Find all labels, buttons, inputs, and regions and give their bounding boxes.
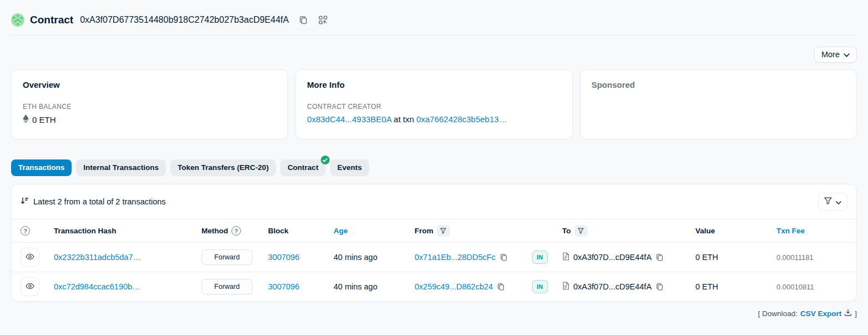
table-row: 0xc72d984ccac6190b… Forward 3007096 40 m… xyxy=(12,272,856,301)
method-button[interactable]: Forward xyxy=(201,279,253,294)
transactions-panel: Latest 2 from a total of 2 transactions … xyxy=(11,184,857,302)
age-text: 40 mins ago xyxy=(334,253,377,262)
info-cards-row: Overview ETH BALANCE 0 ETH More Info CON… xyxy=(11,69,857,139)
qr-code-icon xyxy=(318,15,328,25)
eth-balance-label: ETH BALANCE xyxy=(23,103,276,111)
tabs-row: Transactions Internal Transactions Token… xyxy=(11,159,857,176)
sponsored-card: Sponsored xyxy=(580,69,857,139)
tab-contract[interactable]: Contract xyxy=(280,159,326,176)
column-age[interactable]: Age xyxy=(334,227,415,235)
creator-address-link[interactable]: 0x83dC44...4933BE0A xyxy=(307,114,391,124)
column-txn-fee[interactable]: Txn Fee xyxy=(776,227,847,235)
direction-badge: IN xyxy=(532,280,548,293)
contract-identicon-avatar xyxy=(11,13,24,27)
column-value: Value xyxy=(695,227,776,235)
from-address-link[interactable]: 0x71a1Eb...28DD5cFc xyxy=(415,253,496,262)
copy-to-address-button[interactable] xyxy=(655,253,664,262)
download-icon xyxy=(844,309,852,318)
tab-internal-transactions[interactable]: Internal Transactions xyxy=(76,159,166,176)
age-text: 40 mins ago xyxy=(334,282,377,291)
header-help-cell: ? xyxy=(21,226,54,236)
table-row: 0x2322b311adcb5da7… Forward 3007096 40 m… xyxy=(12,242,856,272)
transactions-table-header: ? Transaction Hash Method ? Block Age Fr… xyxy=(12,219,856,242)
column-to-label: To xyxy=(562,227,571,235)
column-block: Block xyxy=(268,227,334,235)
block-link[interactable]: 3007096 xyxy=(268,282,299,291)
from-address-link[interactable]: 0x259c49...D862cb24 xyxy=(415,282,493,291)
copy-to-address-button[interactable] xyxy=(655,283,664,291)
page-header: Contract 0xA3f07D6773514480b918C2742b027… xyxy=(11,0,857,36)
transactions-toolbar: Latest 2 from a total of 2 transactions xyxy=(12,184,856,219)
chevron-down-icon xyxy=(836,198,841,206)
eye-icon xyxy=(26,253,34,262)
method-button[interactable]: Forward xyxy=(201,249,253,265)
download-footer: [ Download: CSV Export ] xyxy=(11,309,857,318)
more-button[interactable]: More xyxy=(814,47,857,63)
copy-icon xyxy=(299,16,308,25)
method-help-icon[interactable]: ? xyxy=(231,226,241,236)
actions-row: More xyxy=(11,47,857,63)
copy-address-button[interactable] xyxy=(299,16,308,25)
to-filter-button[interactable] xyxy=(574,225,588,237)
help-icon[interactable]: ? xyxy=(21,226,30,236)
eth-balance-value: 0 ETH xyxy=(32,115,56,124)
overview-card: Overview ETH BALANCE 0 ETH xyxy=(11,69,288,139)
eye-icon xyxy=(26,283,34,291)
value-text: 0 ETH xyxy=(695,282,718,291)
table-filter-button[interactable] xyxy=(818,193,847,211)
tab-transactions-label: Transactions xyxy=(18,163,64,172)
more-info-card-title: More Info xyxy=(307,80,561,89)
tab-internal-transactions-label: Internal Transactions xyxy=(83,163,159,172)
contract-file-icon xyxy=(562,282,569,292)
from-filter-button[interactable] xyxy=(437,225,450,237)
to-address-text: 0xA3f07D...cD9E44fA xyxy=(573,282,652,291)
sponsored-card-title: Sponsored xyxy=(592,80,845,89)
contract-creator-label: CONTRACT CREATOR xyxy=(307,103,561,111)
column-method: Method ? xyxy=(201,226,268,236)
more-button-label: More xyxy=(821,50,840,59)
tx-preview-button[interactable] xyxy=(21,277,39,296)
copy-from-address-button[interactable] xyxy=(497,283,505,291)
tab-token-transfers[interactable]: Token Transfers (ERC-20) xyxy=(170,159,276,176)
direction-badge: IN xyxy=(532,251,548,264)
chevron-down-icon xyxy=(844,50,850,59)
copy-from-address-button[interactable] xyxy=(499,253,508,262)
page-title: Contract xyxy=(30,14,73,26)
txn-fee-text: 0.00011181 xyxy=(776,253,814,262)
contract-address: 0xA3f07D6773514480b918C2742b027b3acD9E44… xyxy=(80,15,289,25)
contract-file-icon xyxy=(562,252,569,263)
ethereum-icon xyxy=(23,114,29,125)
funnel-icon xyxy=(824,197,832,206)
overview-card-title: Overview xyxy=(23,80,276,89)
download-suffix-text: ] xyxy=(855,309,857,318)
value-text: 0 ETH xyxy=(695,253,718,262)
column-transaction-hash: Transaction Hash xyxy=(54,227,201,235)
column-method-label: Method xyxy=(201,227,228,235)
verified-check-icon xyxy=(321,156,330,164)
more-info-card: More Info CONTRACT CREATOR 0x83dC44...49… xyxy=(295,69,572,139)
creator-joiner-text: at txn xyxy=(393,114,414,124)
tab-transactions[interactable]: Transactions xyxy=(11,159,72,176)
tab-token-transfers-label: Token Transfers (ERC-20) xyxy=(178,163,269,172)
tx-hash-link[interactable]: 0xc72d984ccac6190b… xyxy=(54,282,140,291)
csv-export-link[interactable]: CSV Export xyxy=(800,309,841,318)
column-from-label: From xyxy=(415,227,433,235)
tab-events-label: Events xyxy=(337,163,362,172)
eth-balance-line: 0 ETH xyxy=(23,114,276,125)
txn-fee-text: 0.00010811 xyxy=(776,283,814,291)
creator-txn-link[interactable]: 0xa7662428c3b5eb13… xyxy=(416,114,507,124)
tx-hash-link[interactable]: 0x2322b311adcb5da7… xyxy=(54,253,141,262)
qr-code-button[interactable] xyxy=(318,15,328,25)
block-link[interactable]: 3007096 xyxy=(268,253,299,262)
download-prefix-text: [ Download: xyxy=(758,309,798,318)
contract-creator-line: 0x83dC44...4933BE0A at txn 0xa7662428c3b… xyxy=(307,114,561,124)
csv-export-label: CSV Export xyxy=(800,309,841,318)
tab-contract-label: Contract xyxy=(287,163,319,172)
sort-descending-icon xyxy=(21,197,29,207)
transactions-summary-text: Latest 2 from a total of 2 transactions xyxy=(33,197,166,206)
tx-preview-button[interactable] xyxy=(21,248,39,267)
tab-events[interactable]: Events xyxy=(330,159,369,176)
column-to: To xyxy=(562,225,695,237)
transactions-summary: Latest 2 from a total of 2 transactions xyxy=(21,197,166,207)
column-from: From xyxy=(415,225,532,237)
